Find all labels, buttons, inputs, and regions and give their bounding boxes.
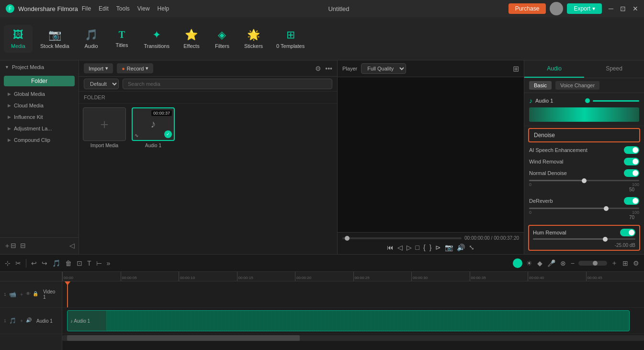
deverb-slider[interactable] bbox=[529, 208, 639, 209]
import-thumb[interactable]: ＋ bbox=[83, 107, 126, 141]
default-select[interactable]: Default bbox=[84, 79, 119, 89]
hum-removal-handle[interactable] bbox=[603, 237, 608, 242]
toolbar-effects[interactable]: ⭐ Effects bbox=[177, 25, 206, 53]
prev-frame-button[interactable]: ◁ bbox=[397, 244, 403, 251]
audio-add-icon[interactable]: ＋ bbox=[19, 317, 24, 324]
mark-out-button[interactable]: } bbox=[429, 244, 432, 251]
menu-tools[interactable]: Tools bbox=[116, 5, 130, 12]
audio1-thumb[interactable]: ♪ 00:00:37 ∿ ✓ bbox=[132, 107, 175, 141]
zoom-out-button[interactable]: − bbox=[570, 258, 576, 268]
toolbar-filters[interactable]: ◈ Filters bbox=[208, 25, 237, 53]
normal-denoise-toggle[interactable] bbox=[624, 169, 639, 177]
layout-button[interactable]: ⊞ bbox=[621, 258, 629, 268]
toolbar-titles[interactable]: T Titles bbox=[108, 25, 136, 52]
filter-icon[interactable]: ⚙ bbox=[315, 65, 321, 72]
zoom-in-button[interactable]: ＋ bbox=[610, 258, 619, 268]
playhead-button[interactable] bbox=[513, 258, 522, 268]
hum-removal-slider[interactable] bbox=[533, 238, 635, 240]
text-button[interactable]: T bbox=[86, 258, 92, 268]
remove-folder-icon[interactable]: ⊟ bbox=[20, 242, 26, 250]
progress-bar[interactable] bbox=[342, 237, 462, 239]
toolbar-templates[interactable]: ⊞ 0 Templates bbox=[271, 25, 310, 53]
export-button[interactable]: Export ▾ bbox=[567, 3, 602, 14]
play-button[interactable]: ▷ bbox=[407, 244, 412, 251]
import-media-item[interactable]: ＋ Import Media bbox=[83, 107, 126, 148]
redo-button[interactable]: ↪ bbox=[41, 258, 48, 268]
audio-detach-button[interactable]: 🎵 bbox=[51, 258, 61, 268]
video-eye-icon[interactable]: 👁 bbox=[26, 291, 31, 298]
purchase-button[interactable]: Purchase bbox=[508, 3, 546, 14]
subtab-voice-changer[interactable]: Voice Changer bbox=[555, 81, 599, 90]
sound-button[interactable]: 🔊 bbox=[457, 244, 465, 251]
toolbar-audio[interactable]: 🎵 Audio bbox=[77, 25, 106, 53]
undo-button[interactable]: ↩ bbox=[30, 258, 38, 268]
mic-button[interactable]: 🎤 bbox=[546, 258, 556, 268]
sun-button[interactable]: ☀ bbox=[525, 258, 533, 268]
wind-removal-toggle[interactable] bbox=[624, 158, 639, 165]
zoom-handle[interactable] bbox=[593, 261, 598, 266]
toolbar-transitions[interactable]: ✦ Transitions bbox=[138, 25, 175, 53]
zoom-slider[interactable] bbox=[578, 261, 607, 266]
ai-speech-toggle[interactable] bbox=[624, 146, 639, 154]
more-tools-button[interactable]: » bbox=[106, 258, 112, 268]
timeline-scrollbar[interactable] bbox=[62, 335, 644, 341]
sidebar-item-global-media[interactable]: ▶ Global Media bbox=[0, 88, 79, 100]
video-lock-icon[interactable]: 🔒 bbox=[33, 291, 38, 298]
maximize-button[interactable]: ⊡ bbox=[620, 5, 626, 12]
crop-button[interactable]: ⊡ bbox=[76, 258, 83, 268]
sidebar-item-cloud-media[interactable]: ▶ Cloud Media bbox=[0, 100, 79, 111]
record-button[interactable]: ● Record▾ bbox=[117, 63, 153, 73]
fullscreen-button[interactable]: ⤡ bbox=[469, 244, 475, 251]
toolbar-stickers[interactable]: 🌟 Stickers bbox=[238, 25, 269, 53]
deverb-handle[interactable] bbox=[604, 206, 609, 211]
sidebar-item-compound-clip[interactable]: ▶ Compound Clip bbox=[0, 134, 79, 146]
add-folder-icon[interactable]: ＋⊟ bbox=[4, 242, 16, 250]
volume-bar[interactable] bbox=[593, 100, 640, 102]
trim-button[interactable]: ⊢ bbox=[95, 258, 103, 268]
tab-audio[interactable]: Audio bbox=[524, 60, 584, 78]
snap-button[interactable]: ⊗ bbox=[559, 258, 567, 268]
close-button[interactable]: ✕ bbox=[633, 5, 638, 12]
playhead[interactable] bbox=[67, 281, 68, 307]
search-input[interactable] bbox=[123, 79, 332, 89]
player-settings-icon[interactable]: ⊞ bbox=[513, 64, 519, 73]
menu-file[interactable]: File bbox=[82, 5, 91, 12]
hum-removal-toggle[interactable] bbox=[620, 229, 635, 236]
skip-back-button[interactable]: ⏮ bbox=[387, 244, 394, 251]
import-button[interactable]: Import▾ bbox=[84, 63, 113, 73]
audio-clip[interactable]: ♪ Audio 1 bbox=[67, 310, 630, 331]
audio1-media-item[interactable]: ♪ 00:00:37 ∿ ✓ Audio 1 bbox=[132, 107, 175, 148]
delete-button[interactable]: 🗑 bbox=[64, 258, 73, 268]
normal-denoise-handle[interactable] bbox=[582, 178, 587, 183]
volume-knob[interactable] bbox=[585, 98, 590, 103]
quality-select[interactable]: Full Quality bbox=[361, 63, 406, 74]
avatar[interactable] bbox=[550, 2, 563, 15]
subtab-basic[interactable]: Basic bbox=[529, 81, 552, 90]
collapse-panel-icon[interactable]: ◁ bbox=[69, 242, 75, 250]
deverb-toggle[interactable] bbox=[624, 197, 639, 205]
menu-edit[interactable]: Edit bbox=[99, 5, 109, 12]
more-options-icon[interactable]: ••• bbox=[325, 65, 332, 72]
stop-button[interactable]: □ bbox=[416, 244, 419, 251]
sidebar-item-influence-kit[interactable]: ▶ Influence Kit bbox=[0, 111, 79, 123]
folder-button[interactable]: Folder bbox=[4, 76, 75, 86]
mark-in-button[interactable]: { bbox=[423, 244, 426, 251]
video-add-icon[interactable]: ＋ bbox=[19, 291, 24, 298]
normal-denoise-slider[interactable] bbox=[529, 180, 639, 181]
menu-help[interactable]: Help bbox=[158, 5, 169, 12]
tab-speed[interactable]: Speed bbox=[584, 60, 644, 78]
toolbar-stock-media[interactable]: 📷 Stock Media bbox=[34, 25, 75, 53]
sidebar-item-adjustment[interactable]: ▶ Adjustment La... bbox=[0, 123, 79, 134]
audio-mute-icon[interactable]: 🔊 bbox=[26, 317, 32, 324]
toolbar-media[interactable]: 🖼 Media bbox=[4, 25, 33, 53]
select-tool-button[interactable]: ⊹ bbox=[4, 258, 11, 268]
marker-button[interactable]: ◆ bbox=[536, 258, 543, 268]
add-marker-button[interactable]: ⊳ bbox=[435, 244, 441, 251]
snapshot-button[interactable]: 📷 bbox=[445, 244, 453, 251]
minimize-button[interactable]: ─ bbox=[609, 5, 613, 12]
blade-tool-button[interactable]: ✂ bbox=[14, 258, 22, 268]
project-media-header[interactable]: ▼ Project Media bbox=[0, 60, 79, 74]
scroll-thumb[interactable] bbox=[67, 335, 300, 341]
progress-handle[interactable] bbox=[345, 236, 350, 241]
menu-view[interactable]: View bbox=[137, 5, 150, 12]
